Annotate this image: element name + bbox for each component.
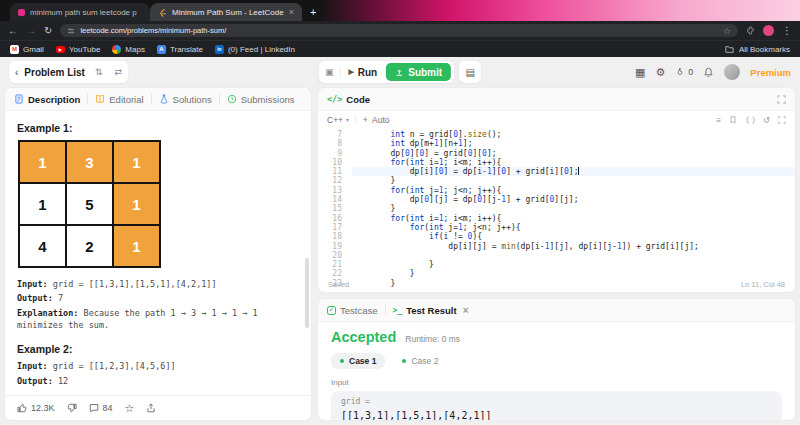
comments-button[interactable]: 84	[89, 403, 113, 413]
code-line[interactable]: }	[352, 260, 795, 269]
bookmark-star-icon[interactable]: ☆	[723, 26, 731, 36]
auto-toggle[interactable]: Auto	[362, 115, 390, 125]
tab-code[interactable]: </> Code	[327, 94, 370, 105]
format-icon[interactable]: ≡	[716, 115, 721, 125]
code-line[interactable]: for(int i=1; i<m; i++){	[352, 158, 795, 167]
tab-submissions[interactable]: Submissions	[227, 94, 295, 105]
code-line[interactable]: for(int j=1; j<n; j++){	[352, 223, 795, 232]
back-chevron-icon[interactable]: ‹	[9, 67, 24, 78]
code-line[interactable]: for(int j=1; j<n; j++){	[352, 186, 795, 195]
tab-solutions[interactable]: Solutions	[159, 94, 212, 105]
browser-menu-icon[interactable]: ⋮	[782, 26, 792, 36]
bell-icon[interactable]	[703, 67, 714, 78]
case-selector: Case 1 Case 2	[331, 353, 782, 369]
bookmark-translate[interactable]: A Translate	[157, 45, 203, 54]
bookmark-maps[interactable]: Maps	[112, 45, 145, 54]
bookmark-icon[interactable]	[729, 116, 737, 124]
expand-icon[interactable]	[777, 95, 786, 104]
debug-icon[interactable]: ▣	[319, 67, 340, 77]
code-line[interactable]: dp[0][0] = grid[0][0];	[352, 149, 795, 158]
site-settings-icon[interactable]	[67, 27, 75, 35]
code-line[interactable]: }	[352, 176, 795, 185]
browser-tab[interactable]: minimum path sum leetcode p	[10, 3, 150, 21]
all-bookmarks-label: All Bookmarks	[739, 45, 790, 54]
close-tab-icon[interactable]: ×	[289, 7, 294, 17]
code-line[interactable]: dp[0][j] = dp[0][j-1] + grid[0][j];	[352, 195, 795, 204]
grid-cell: 1	[114, 226, 159, 266]
code-line[interactable]: if(i != 0){	[352, 232, 795, 241]
comment-count: 84	[103, 403, 113, 413]
premium-link[interactable]: Premium	[750, 67, 791, 78]
reload-icon[interactable]: ↻	[44, 26, 52, 36]
tab-description[interactable]: Description	[14, 94, 80, 105]
editor-actions: ≡ { } ↺	[716, 115, 786, 125]
input-label: Input:	[17, 279, 48, 289]
notes-button[interactable]: ▤	[459, 61, 481, 83]
address-bar[interactable]: leetcode.com/problems/minimum-path-sum/ …	[60, 24, 738, 37]
line-number: 14	[318, 195, 342, 204]
settings-gear-icon[interactable]: ⚙	[655, 66, 665, 79]
code-line[interactable]: for(int i=1; i<m; i++){	[352, 214, 795, 223]
submit-label: Submit	[408, 67, 442, 78]
code-editor[interactable]: 7891011121314151617181920212223 int n = …	[318, 128, 795, 277]
case-1-chip[interactable]: Case 1	[331, 353, 385, 369]
url-text: leetcode.com/problems/minimum-path-sum/	[80, 26, 226, 35]
scrollbar-thumb[interactable]	[305, 258, 309, 328]
streak-counter[interactable]: 0	[675, 67, 693, 77]
problem-list-label[interactable]: Problem List	[24, 67, 89, 78]
tab-editorial[interactable]: Editorial	[95, 94, 143, 105]
user-avatar[interactable]	[724, 64, 740, 80]
forward-icon[interactable]: →	[26, 26, 36, 36]
favorite-star-icon[interactable]: ☆	[125, 402, 135, 415]
description-panel: Description Editorial Soluti	[4, 87, 312, 421]
tab-test-result[interactable]: >_ Test Result ×	[393, 305, 469, 316]
bookmark-gmail[interactable]: M Gmail	[10, 45, 44, 54]
explanation-label: Explanation:	[17, 308, 78, 318]
output-label: Output:	[17, 376, 53, 386]
bookmark-youtube[interactable]: ▶ YouTube	[56, 45, 100, 54]
language-selector[interactable]: C++ ▾	[327, 115, 349, 125]
grid-cell: 5	[67, 184, 112, 224]
output-value: 12	[58, 376, 68, 386]
case-2-chip[interactable]: Case 2	[393, 353, 447, 369]
new-tab-button[interactable]: +	[310, 6, 316, 18]
extensions-icon[interactable]	[746, 26, 755, 35]
code-lines[interactable]: int n = grid[0].size(); int dp[m+1][n+1]…	[352, 130, 795, 277]
all-bookmarks-button[interactable]: All Bookmarks	[725, 45, 790, 54]
layout-icon[interactable]: ▦	[635, 66, 645, 79]
bookmark-label: Translate	[170, 45, 203, 54]
like-count: 12.3K	[31, 403, 55, 413]
browser-tab-active[interactable]: Minimum Path Sum - LeetCode ×	[150, 3, 302, 21]
code-line[interactable]: dp[i][j] = min(dp[i-1][j], dp[i][j-1]) +…	[352, 242, 795, 251]
reset-icon[interactable]: ↺	[763, 115, 770, 125]
line-number: 8	[318, 139, 342, 148]
thumbs-up-icon	[17, 403, 27, 413]
fullscreen-icon[interactable]	[778, 116, 786, 124]
pass-dot	[402, 359, 406, 363]
run-submit-cluster: ▣ ▶ Run Submit ▤	[319, 61, 481, 83]
shuffle-icon[interactable]: ⇄	[108, 67, 128, 77]
back-icon[interactable]: ←	[8, 26, 18, 36]
bookmark-feed-linkedin[interactable]: in (0) Feed | LinkedIn	[215, 45, 295, 54]
share-icon[interactable]	[146, 403, 156, 413]
bolt-icon	[362, 116, 369, 123]
dislike-button[interactable]	[67, 403, 77, 413]
tab-testcase[interactable]: ✓ Testcase	[327, 305, 378, 316]
close-result-icon[interactable]: ×	[463, 305, 469, 316]
param-value: [[1,3,1],[1,5,1],[4,2,1]]	[341, 410, 772, 421]
braces-icon[interactable]: { }	[745, 116, 755, 124]
input-value-box: grid = [[1,3,1],[1,5,1],[4,2,1]]	[331, 391, 782, 421]
code-line[interactable]: }	[352, 204, 795, 213]
like-button[interactable]: 12.3K	[17, 403, 55, 413]
code-line[interactable]: int n = grid[0].size();	[352, 130, 795, 139]
code-line[interactable]: dp[i][0] = dp[i-1][0] + grid[i][0];	[352, 167, 795, 176]
browser-profile-avatar[interactable]	[763, 25, 774, 36]
submit-button[interactable]: Submit	[386, 63, 451, 81]
problem-list-group: ‹ Problem List ⇅ ⇄	[9, 61, 128, 83]
code-line[interactable]	[352, 251, 795, 260]
example1-block: Input: grid = [[1,3,1],[1,5,1],[4,2,1]] …	[17, 278, 299, 331]
line-number: 16	[318, 214, 342, 223]
run-button[interactable]: ▶ Run	[340, 67, 385, 78]
code-line[interactable]: int dp[m+1][n+1];	[352, 139, 795, 148]
prev-next-icon[interactable]: ⇅	[89, 67, 109, 77]
